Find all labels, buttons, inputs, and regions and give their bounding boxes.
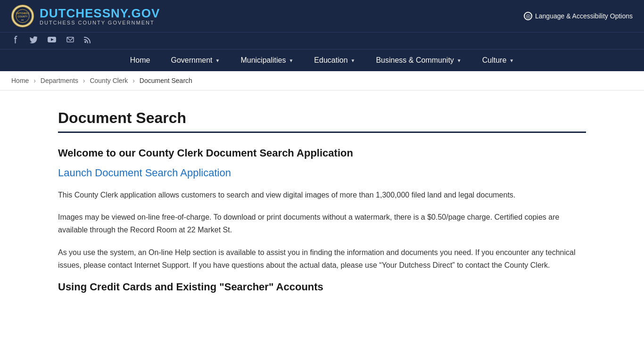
- lang-label: Language & Accessibility Options: [535, 12, 633, 20]
- site-name: DUTCHESSNY.GOV: [40, 7, 160, 20]
- breadcrumb-current: Document Search: [140, 77, 192, 84]
- nav-municipalities[interactable]: Municipalities ▼: [230, 49, 304, 71]
- breadcrumb-separator: ›: [132, 77, 135, 84]
- chevron-down-icon: ▼: [509, 58, 514, 63]
- email-link[interactable]: [66, 35, 74, 46]
- svg-text:DUTCHESS: DUTCHESS: [16, 12, 29, 15]
- nav-government[interactable]: Government ▼: [160, 49, 230, 71]
- description-para-2: Images may be viewed on-line free-of-cha…: [58, 211, 586, 236]
- youtube-link[interactable]: [47, 35, 57, 46]
- nav-home[interactable]: Home: [120, 49, 161, 71]
- chevron-down-icon: ▼: [351, 58, 355, 63]
- nav-culture-label: Culture: [482, 56, 507, 65]
- nav-business-community-label: Business & Community: [376, 56, 454, 65]
- breadcrumb-home[interactable]: Home: [11, 77, 29, 84]
- site-name-part2: GOV: [131, 6, 160, 20]
- content-section: Welcome to our County Clerk Document Sea…: [58, 147, 586, 293]
- main-content: Document Search Welcome to our County Cl…: [39, 90, 605, 321]
- twitter-link[interactable]: [29, 35, 38, 46]
- site-sub-name: DUTCHESS COUNTY GOVERNMENT: [40, 20, 160, 25]
- nav-government-label: Government: [171, 56, 212, 65]
- chevron-down-icon: ▼: [215, 58, 220, 63]
- facebook-link[interactable]: [11, 35, 20, 46]
- description-para-3: As you use the system, an On-line Help s…: [58, 246, 586, 272]
- chevron-down-icon: ▼: [289, 58, 293, 63]
- welcome-heading: Welcome to our County Clerk Document Sea…: [58, 147, 586, 159]
- breadcrumb-separator: ›: [33, 77, 36, 84]
- launch-document-search-link[interactable]: Launch Document Search Application: [58, 167, 586, 179]
- breadcrumb-departments[interactable]: Departments: [41, 77, 78, 84]
- globe-icon: ◎: [524, 12, 532, 20]
- county-seal: DUTCHESS COUNTY NY: [11, 5, 34, 27]
- rss-link[interactable]: [84, 36, 91, 46]
- logo-area: DUTCHESS COUNTY NY DUTCHESSNY.GOV DUTCHE…: [11, 5, 160, 27]
- top-bar: DUTCHESS COUNTY NY DUTCHESSNY.GOV DUTCHE…: [0, 0, 644, 32]
- language-accessibility-button[interactable]: ◎ Language & Accessibility Options: [524, 12, 633, 20]
- page-title: Document Search: [58, 109, 586, 133]
- main-nav: Home Government ▼ Municipalities ▼ Educa…: [0, 49, 644, 71]
- svg-point-8: [84, 41, 86, 43]
- nav-education[interactable]: Education ▼: [304, 49, 365, 71]
- nav-municipalities-label: Municipalities: [240, 56, 286, 65]
- chevron-down-icon: ▼: [457, 58, 462, 63]
- description-para-1: This County Clerk application allows cus…: [58, 189, 586, 201]
- nav-business-community[interactable]: Business & Community ▼: [365, 49, 471, 71]
- svg-text:COUNTY: COUNTY: [17, 15, 28, 18]
- svg-text:NY: NY: [21, 19, 24, 21]
- site-name-part1: DUTCHESSNY.: [40, 6, 131, 20]
- nav-home-label: Home: [130, 56, 150, 65]
- social-bar: [0, 32, 644, 49]
- breadcrumb: Home › Departments › County Clerk › Docu…: [0, 71, 644, 90]
- nav-culture[interactable]: Culture ▼: [472, 49, 524, 71]
- logo-text: DUTCHESSNY.GOV DUTCHESS COUNTY GOVERNMEN…: [40, 7, 160, 26]
- breadcrumb-separator: ›: [83, 77, 85, 84]
- credit-cards-heading: Using Credit Cards and Existing "Searche…: [58, 281, 586, 293]
- nav-education-label: Education: [314, 56, 347, 65]
- breadcrumb-county-clerk[interactable]: County Clerk: [90, 77, 128, 84]
